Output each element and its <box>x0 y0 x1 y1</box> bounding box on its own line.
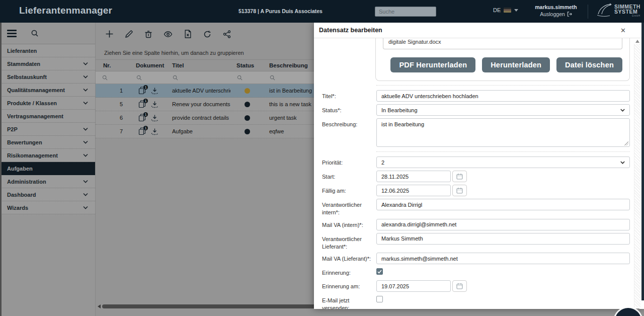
user-menu[interactable]: markus.simmeth Ausloggen <box>528 4 584 17</box>
close-icon[interactable]: ✕ <box>620 27 626 34</box>
verantwortlicher-intern-label: Verantwortlicher intern*: <box>322 199 376 216</box>
verantwortlicher-lieferant-input[interactable]: Markus Simmeth <box>376 233 630 245</box>
erinnerung-am-label: Erinnerung am: <box>322 280 376 292</box>
download-button[interactable]: Herunterladen <box>482 57 550 72</box>
erinnerung-am-calendar-button[interactable] <box>452 280 467 292</box>
mail-va-lieferant-input[interactable]: markus.simmeth@simmeth.net <box>376 253 630 264</box>
form-row-beschreibung: Beschreibung:ist in Bearbeitung <box>322 118 630 147</box>
attachment-panel: digitale Signatur.docx PDF Herunterladen… <box>375 38 630 81</box>
language-code: DE <box>493 7 501 13</box>
mail-va-intern-input[interactable]: alexandra.dirrigl@simmeth.net <box>376 219 630 230</box>
top-header: Lieferantenmanager 513378 | A Purus Duis… <box>0 0 644 23</box>
chevron-down-icon <box>620 109 625 112</box>
modal-vertical-scrollbar[interactable] <box>634 44 640 307</box>
verantwortlicher-lieferant-label: Verantwortlicher Lieferant*: <box>322 233 376 251</box>
form-fields: Titel*:aktuelle ADV unterschrieben hochl… <box>322 90 630 309</box>
form-row-mail-va-lieferant: Mail VA (Lieferant)*:markus.simmeth@simm… <box>322 253 630 264</box>
chevron-down-icon <box>514 9 518 12</box>
form-row-prioritaet: Priorität:2 <box>322 156 630 168</box>
chevron-down-icon <box>620 161 625 164</box>
form-separator <box>376 151 630 152</box>
modal-body: digitale Signatur.docx PDF Herunterladen… <box>314 38 633 309</box>
edit-record-modal: Datensatz bearbeiten ✕ digitale Signatur… <box>314 23 644 309</box>
status-label: Status*: <box>322 104 376 116</box>
app-title: Lieferantenmanager <box>19 5 112 16</box>
scroll-up-arrow-icon[interactable] <box>635 40 639 43</box>
logo-swoosh-icon <box>596 3 613 18</box>
form-row-erinnerung: Erinnerung: <box>322 267 630 277</box>
modal-header: Datensatz bearbeiten ✕ <box>314 23 644 38</box>
calendar-icon <box>456 173 463 180</box>
form-row-email-jetzt-versenden: E-Mail jetzt versenden: <box>322 294 630 309</box>
erinnerung-am-input[interactable]: 19.07.2025 <box>376 280 451 292</box>
supplier-context: 513378 | A Purus Duis Associates <box>238 8 323 14</box>
mail-va-lieferant-label: Mail VA (Lieferant)*: <box>322 253 376 264</box>
form-row-faellig-am: Fällig am:12.06.2025 <box>322 185 630 196</box>
logo-line2: SYSTEM <box>614 9 637 15</box>
header-divider <box>588 5 588 19</box>
prioritaet-select[interactable]: 2 <box>376 156 630 168</box>
form-row-verantwortlicher-intern: Verantwortlicher intern*:Alexandra Dirri… <box>322 199 630 216</box>
calendar-icon <box>456 187 463 194</box>
faellig-am-label: Fällig am: <box>322 185 376 196</box>
edit-form: Titel*:aktuelle ADV unterschrieben hochl… <box>322 85 630 309</box>
email-jetzt-versenden-label: E-Mail jetzt versenden: <box>322 294 376 309</box>
start-label: Start: <box>322 171 376 182</box>
form-row-verantwortlicher-lieferant: Verantwortlicher Lieferant*:Markus Simme… <box>322 233 630 251</box>
form-separator <box>376 85 630 86</box>
form-row-start: Start:28.11.2025 <box>322 171 630 182</box>
modal-title: Datensatz bearbeiten <box>319 27 382 34</box>
flag-icon <box>504 8 511 13</box>
logout-label[interactable]: Ausloggen <box>540 11 565 17</box>
prioritaet-value: 2 <box>381 160 384 166</box>
form-row-titel: Titel*:aktuelle ADV unterschrieben hochl… <box>322 90 630 102</box>
pdf-download-button[interactable]: PDF Herunterladen <box>390 57 475 72</box>
start-input[interactable]: 28.11.2025 <box>376 171 451 182</box>
form-row-erinnerung-am: Erinnerung am:19.07.2025 <box>322 280 630 292</box>
start-calendar-button[interactable] <box>452 171 467 182</box>
email-jetzt-versenden-checkbox[interactable] <box>376 296 383 302</box>
beschreibung-label: Beschreibung: <box>322 118 376 147</box>
check-icon <box>377 270 382 274</box>
mail-va-intern-label: Mail VA (intern)*: <box>322 219 376 230</box>
faellig-am-input[interactable]: 12.06.2025 <box>376 185 451 196</box>
window-right-edge <box>641 23 644 300</box>
global-search-input[interactable] <box>375 7 436 17</box>
attachment-actions: PDF HerunterladenHerunterladenDatei lösc… <box>383 57 622 72</box>
delete-file-button[interactable]: Datei löschen <box>556 57 622 72</box>
company-logo: SIMMETH SYSTEM GmbH <box>596 3 640 18</box>
faellig-am-calendar-button[interactable] <box>452 185 467 196</box>
beschreibung-input[interactable]: ist in Bearbeitung <box>376 118 630 147</box>
titel-label: Titel*: <box>322 90 376 102</box>
form-row-mail-va-intern: Mail VA (intern)*:alexandra.dirrigl@simm… <box>322 219 630 230</box>
app: Lieferantenmanager 513378 | A Purus Duis… <box>0 0 644 316</box>
verantwortlicher-intern-input[interactable]: Alexandra Dirrigl <box>376 199 630 210</box>
titel-input[interactable]: aktuelle ADV unterschrieben hochladen <box>376 90 630 102</box>
erinnerung-checkbox[interactable] <box>376 268 383 275</box>
logo-line3: GmbH <box>632 15 640 18</box>
resize-handle-icon[interactable] <box>624 141 628 145</box>
form-row-status: Status*:In Bearbeitung <box>322 104 630 116</box>
calendar-icon <box>456 283 463 289</box>
logout-icon <box>567 12 572 17</box>
status-value: In Bearbeitung <box>381 107 418 113</box>
user-name: markus.simmeth <box>528 4 584 10</box>
erinnerung-label: Erinnerung: <box>322 267 376 277</box>
status-select[interactable]: In Bearbeitung <box>376 104 630 116</box>
attached-file[interactable]: digitale Signatur.docx <box>383 38 622 49</box>
language-selector[interactable]: DE <box>493 7 518 13</box>
prioritaet-label: Priorität: <box>322 156 376 168</box>
